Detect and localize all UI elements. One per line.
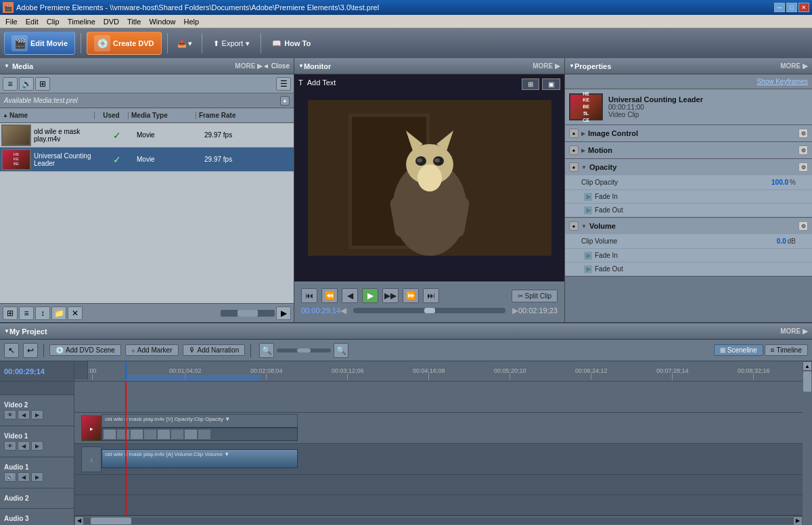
menu-clip[interactable]: Clip — [43, 16, 64, 27]
sceneline-btn[interactable]: ⊞ Sceneline — [714, 344, 763, 356]
v1-expand-btn[interactable]: ◀ — [18, 441, 30, 451]
add-marker-btn[interactable]: ⬦ Add Marker — [125, 344, 179, 356]
media-icon-view-button[interactable]: ⊞ — [35, 77, 50, 91]
menu-title[interactable]: Title — [123, 16, 145, 27]
props-more-button[interactable]: MORE ▶ — [780, 62, 808, 70]
video2-eye-btn[interactable]: 👁 — [4, 410, 16, 419]
prev-frame-btn[interactable]: ◀ — [340, 306, 346, 315]
timeline-hscroll[interactable]: ◀ ▶ — [74, 516, 803, 525]
clip-volume-unit: dB — [788, 237, 796, 245]
timeline-vscrollbar: ▲ ▼ — [803, 361, 812, 525]
undo-btn[interactable]: ↩ — [23, 343, 38, 358]
menu-help[interactable]: Help — [180, 16, 204, 27]
export-button[interactable]: ⬆ Export ▾ — [208, 37, 256, 51]
show-keyframes-link[interactable]: Show Keyframes — [757, 78, 808, 85]
monitor-add-text[interactable]: T Add Text — [298, 78, 336, 87]
timeline-view-btn[interactable]: ≡ Timeline — [765, 344, 808, 356]
volume-eye[interactable]: ● — [569, 221, 579, 231]
v2-more-btn[interactable]: ▶ — [31, 410, 43, 419]
restore-button[interactable]: □ — [786, 3, 797, 12]
skip-to-end-button[interactable]: ⏭ — [423, 288, 439, 303]
split-clip-button[interactable]: ✂ Split Clip — [512, 290, 558, 302]
v2-expand-btn[interactable]: ◀ — [18, 410, 30, 419]
media-folder-btn[interactable]: 📁 — [51, 306, 66, 320]
how-to-button[interactable]: 📖 How To — [267, 37, 316, 51]
clip-volume-value[interactable]: 0.0 — [777, 237, 786, 245]
audio1-speaker-btn[interactable]: 🔊 — [4, 472, 16, 482]
media-expand-btn[interactable]: ▶ — [276, 306, 291, 320]
arrow-tool-btn[interactable]: ↖ — [4, 343, 19, 358]
add-dvd-scene-btn[interactable]: 💿 Add DVD Scene — [49, 344, 121, 356]
video1-eye-btn[interactable]: 👁 — [4, 441, 16, 451]
a1-more-btn[interactable]: ▶ — [31, 472, 43, 482]
opacity-label: Opacity — [589, 163, 796, 171]
scroll-up-btn[interactable]: ▲ — [803, 361, 812, 371]
image-control-header[interactable]: ● ▶ Image Control ⚙ — [565, 125, 812, 141]
add-narration-btn[interactable]: 🎙 Add Narration — [183, 344, 246, 356]
media-list-btn[interactable]: ≡ — [19, 306, 34, 320]
motion-eye[interactable]: ● — [569, 145, 579, 155]
monitor-safe-zone-btn[interactable]: ⊞ — [522, 78, 539, 90]
media-more-button[interactable]: MORE ▶ — [235, 62, 263, 70]
media-row[interactable]: HEKEBE Universal Counting Leader ✓ Movie… — [0, 147, 294, 172]
app-icon: 🎬 — [3, 2, 14, 13]
video1-thumb-clip[interactable]: ▶ — [81, 415, 102, 441]
close-button[interactable]: ✕ — [798, 3, 809, 12]
media-list-view-button[interactable]: ≡ — [3, 77, 18, 91]
clip-opacity-value[interactable]: 100.0 — [771, 179, 788, 186]
create-dvd-button[interactable]: 💿 Create DVD — [87, 32, 162, 55]
a1-expand-btn[interactable]: ◀ — [18, 472, 30, 482]
media-row[interactable]: old wile e mask play.m4v ✓ Movie 29.97 f… — [0, 123, 294, 147]
v1-more-btn[interactable]: ▶ — [31, 441, 43, 451]
menu-window[interactable]: Window — [145, 16, 179, 27]
play-button[interactable]: ▶ — [362, 288, 378, 303]
step-back-button[interactable]: ⏪ — [321, 288, 338, 303]
media-scroll-up[interactable]: ▲ — [280, 96, 290, 106]
zoom-slider[interactable] — [277, 348, 331, 352]
frame-back-button[interactable]: ◀ — [342, 288, 358, 303]
menu-timeline[interactable]: Timeline — [64, 16, 99, 27]
audio1-thumb[interactable]: ♪ — [81, 447, 102, 472]
media-scrollbar-h[interactable] — [221, 310, 275, 317]
zoom-in-btn[interactable]: 🔍 — [334, 343, 348, 358]
media-grid-view-btn[interactable]: ⊞ — [3, 306, 18, 320]
edit-movie-button[interactable]: 🎬 Edit Movie — [4, 32, 75, 55]
monitor-panel: ▼ Monitor MORE ▶ T Add Text ⊞ ▣ — [294, 58, 565, 322]
video1-clip-label[interactable]: old wile e mask play.m4v [V] Opacity:Cli… — [102, 414, 298, 428]
media-delete-btn[interactable]: ✕ — [68, 306, 83, 320]
share-button[interactable]: 📤 ▾ — [173, 37, 196, 51]
next-frame-btn[interactable]: ▶ — [512, 306, 518, 315]
minimize-button[interactable]: ─ — [774, 3, 785, 12]
media-menu-button[interactable]: ☰ — [276, 77, 291, 91]
scroll-track-h[interactable] — [84, 518, 793, 524]
media-audio-button[interactable]: 🔊 — [19, 77, 34, 91]
motion-header[interactable]: ● ▶ Motion ⚙ — [565, 142, 812, 158]
opacity-header[interactable]: ● ▼ Opacity ⚙ — [565, 159, 812, 175]
zoom-out-btn[interactable]: 🔍 — [259, 343, 274, 358]
scroll-track-v[interactable] — [803, 371, 812, 525]
image-control-eye[interactable]: ● — [569, 129, 579, 138]
step-forward-button[interactable]: ⏩ — [403, 288, 419, 303]
menu-dvd[interactable]: DVD — [99, 16, 123, 27]
image-control-settings[interactable]: ⚙ — [798, 129, 808, 138]
monitor-timeline-slider[interactable] — [353, 308, 505, 313]
monitor-output-btn[interactable]: ▣ — [542, 78, 560, 90]
frame-forward-button[interactable]: ▶▶ — [382, 288, 399, 303]
volume-settings[interactable]: ⚙ — [798, 221, 808, 231]
project-more-button[interactable]: MORE ▶ — [780, 327, 808, 335]
clip-volume-label: Clip Volume — [581, 237, 777, 245]
menu-edit[interactable]: Edit — [22, 16, 43, 27]
scroll-left-btn[interactable]: ◀ — [74, 516, 84, 526]
monitor-more-button[interactable]: MORE ▶ — [533, 62, 560, 70]
opacity-eye[interactable]: ● — [569, 162, 579, 172]
skip-to-start-button[interactable]: ⏮ — [301, 288, 317, 303]
media-sort-btn[interactable]: ↕ — [35, 306, 50, 320]
menu-file[interactable]: File — [1, 16, 22, 27]
scroll-right-btn[interactable]: ▶ — [793, 516, 803, 526]
properties-panel: ▼ Properties MORE ▶ Show Keyframes HEKEB… — [565, 58, 812, 322]
audio1-clip-block[interactable]: old wile e mask play.m4v [A] Volume:Clip… — [102, 449, 298, 468]
motion-settings[interactable]: ⚙ — [798, 145, 808, 155]
volume-header[interactable]: ● ▼ Volume ⚙ — [565, 218, 812, 234]
media-close-button[interactable]: ◄ Close — [263, 62, 290, 70]
opacity-settings[interactable]: ⚙ — [798, 162, 808, 172]
